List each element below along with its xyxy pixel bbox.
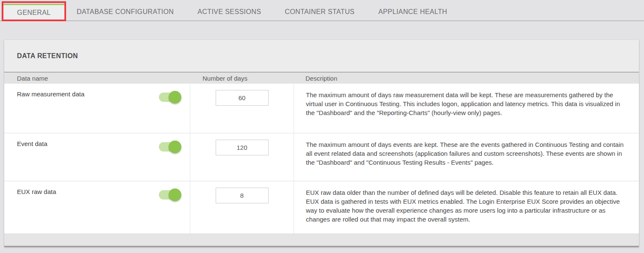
event-data-days-input[interactable] <box>216 140 269 155</box>
cell-number-of-days <box>190 133 294 181</box>
raw-measurement-days-input[interactable] <box>216 90 269 106</box>
table-header-row: Data name Number of days Description <box>4 72 639 84</box>
table-row-eux-raw-data: EUX raw data EUX raw data older than the… <box>4 181 639 234</box>
toggle-knob-icon <box>169 188 181 201</box>
row-label: Raw measurement data <box>17 90 84 98</box>
column-header-data-name: Data name <box>4 73 190 84</box>
column-header-description: Description <box>294 73 639 84</box>
eux-raw-data-days-input[interactable] <box>216 188 269 203</box>
tab-general-label: GENERAL <box>17 9 50 17</box>
raw-measurement-data-toggle[interactable] <box>159 90 181 104</box>
row-description: The maximum amount of days events are ke… <box>294 133 639 181</box>
cell-data-name: Raw measurement data <box>4 84 190 133</box>
tab-appliance-health[interactable]: APPLIANCE HEALTH <box>366 8 459 20</box>
row-label: Event data <box>17 140 47 147</box>
eux-raw-data-toggle[interactable] <box>159 188 181 202</box>
cell-number-of-days <box>190 181 294 233</box>
row-description: EUX raw data older than the number of de… <box>294 181 639 233</box>
toggle-knob-icon <box>169 91 181 104</box>
toggle-knob-icon <box>169 141 181 153</box>
cell-number-of-days <box>190 84 294 133</box>
tab-database-configuration[interactable]: DATABASE CONFIGURATION <box>65 8 186 20</box>
row-description: The maximum amount of days raw measureme… <box>294 84 639 133</box>
tab-active-sessions[interactable]: ACTIVE SESSIONS <box>186 8 273 20</box>
tab-general[interactable]: GENERAL <box>3 4 65 21</box>
settings-tab-bar: GENERAL DATABASE CONFIGURATION ACTIVE SE… <box>0 0 644 21</box>
event-data-toggle[interactable] <box>159 140 181 154</box>
table-row-raw-measurement-data: Raw measurement data The maximum amount … <box>4 84 639 133</box>
cell-data-name: Event data <box>4 133 190 181</box>
tab-container-status[interactable]: CONTAINER STATUS <box>273 8 366 20</box>
column-header-number-of-days: Number of days <box>190 73 294 84</box>
panel-title: DATA RETENTION <box>17 52 78 60</box>
table-row-event-data: Event data The maximum amount of days ev… <box>4 133 639 181</box>
panel-footer <box>4 234 639 246</box>
data-retention-panel: DATA RETENTION Data name Number of days … <box>4 40 639 247</box>
row-label: EUX raw data <box>17 188 56 195</box>
cell-data-name: EUX raw data <box>4 181 190 233</box>
panel-header: DATA RETENTION <box>4 40 639 72</box>
